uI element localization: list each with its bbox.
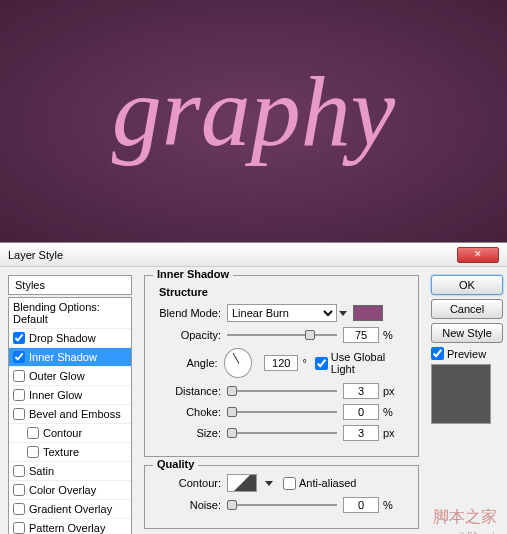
distance-label: Distance: (155, 385, 227, 397)
opacity-unit: % (383, 329, 393, 341)
choke-unit: % (383, 406, 393, 418)
noise-value[interactable]: 0 (343, 497, 379, 513)
layer-style-dialog: Layer Style ✕ Styles Blending Options: D… (0, 242, 507, 534)
watermark-text: 脚本之家 (433, 507, 497, 528)
blending-options[interactable]: Blending Options: Default (9, 298, 131, 329)
style-item-gradient-overlay[interactable]: Gradient Overlay (9, 500, 131, 519)
cancel-button[interactable]: Cancel (431, 299, 503, 319)
style-checkbox[interactable] (13, 503, 25, 515)
style-item-inner-glow[interactable]: Inner Glow (9, 386, 131, 405)
choke-label: Choke: (155, 406, 227, 418)
style-item-drop-shadow[interactable]: Drop Shadow (9, 329, 131, 348)
style-checkbox[interactable] (27, 446, 39, 458)
artwork-text: graphy (112, 54, 395, 169)
style-checkbox[interactable] (13, 465, 25, 477)
noise-unit: % (383, 499, 393, 511)
blend-mode-select[interactable]: Linear Burn (227, 304, 337, 322)
ok-button[interactable]: OK (431, 275, 503, 295)
noise-slider[interactable] (227, 498, 337, 512)
preview-label: Preview (447, 348, 486, 360)
style-item-color-overlay[interactable]: Color Overlay (9, 481, 131, 500)
distance-unit: px (383, 385, 395, 397)
dialog-titlebar[interactable]: Layer Style ✕ (0, 243, 507, 267)
style-item-outer-glow[interactable]: Outer Glow (9, 367, 131, 386)
style-item-texture[interactable]: Texture (9, 443, 131, 462)
style-item-satin[interactable]: Satin (9, 462, 131, 481)
opacity-slider[interactable] (227, 328, 337, 342)
style-label: Bevel and Emboss (29, 408, 121, 420)
style-item-bevel-and-emboss[interactable]: Bevel and Emboss (9, 405, 131, 424)
structure-heading: Structure (159, 286, 408, 298)
angle-dial[interactable] (224, 348, 253, 378)
size-slider[interactable] (227, 426, 337, 440)
chevron-down-icon[interactable] (339, 311, 347, 316)
inner-shadow-group: Inner Shadow Structure Blend Mode: Linea… (144, 275, 419, 457)
global-light-checkbox[interactable] (315, 357, 328, 370)
style-label: Color Overlay (29, 484, 96, 496)
blend-mode-label: Blend Mode: (155, 307, 227, 319)
style-checkbox[interactable] (13, 484, 25, 496)
quality-heading: Quality (153, 458, 198, 470)
size-value[interactable]: 3 (343, 425, 379, 441)
style-label: Pattern Overlay (29, 522, 105, 534)
document-canvas: graphy (0, 0, 507, 242)
chevron-down-icon[interactable] (265, 481, 273, 486)
angle-label: Angle: (155, 357, 224, 369)
contour-picker[interactable] (227, 474, 257, 492)
antialiased-label: Anti-aliased (299, 477, 356, 489)
size-unit: px (383, 427, 395, 439)
panel-title: Inner Shadow (153, 268, 233, 280)
choke-slider[interactable] (227, 405, 337, 419)
opacity-label: Opacity: (155, 329, 227, 341)
close-button[interactable]: ✕ (457, 247, 499, 263)
settings-panel: Inner Shadow Structure Blend Mode: Linea… (140, 267, 427, 534)
angle-value[interactable]: 120 (264, 355, 298, 371)
preview-swatch (431, 364, 491, 424)
distance-slider[interactable] (227, 384, 337, 398)
style-checkbox[interactable] (27, 427, 39, 439)
style-label: Inner Shadow (29, 351, 97, 363)
shadow-color-swatch[interactable] (353, 305, 383, 321)
style-label: Drop Shadow (29, 332, 96, 344)
contour-label: Contour: (155, 477, 227, 489)
style-item-pattern-overlay[interactable]: Pattern Overlay (9, 519, 131, 534)
global-light-label: Use Global Light (331, 351, 408, 375)
quality-group: Quality Contour: Anti-aliased Noise: 0 % (144, 465, 419, 529)
angle-unit: ° (302, 357, 306, 369)
choke-value[interactable]: 0 (343, 404, 379, 420)
style-label: Gradient Overlay (29, 503, 112, 515)
preview-checkbox[interactable] (431, 347, 444, 360)
style-list: Blending Options: Default Drop ShadowInn… (8, 297, 132, 534)
opacity-value[interactable]: 75 (343, 327, 379, 343)
distance-value[interactable]: 3 (343, 383, 379, 399)
size-label: Size: (155, 427, 227, 439)
style-checkbox[interactable] (13, 332, 25, 344)
style-label: Satin (29, 465, 54, 477)
style-item-inner-shadow[interactable]: Inner Shadow (9, 348, 131, 367)
style-label: Outer Glow (29, 370, 85, 382)
styles-header[interactable]: Styles (8, 275, 132, 295)
style-checkbox[interactable] (13, 522, 25, 534)
style-checkbox[interactable] (13, 408, 25, 420)
new-style-button[interactable]: New Style (431, 323, 503, 343)
style-checkbox[interactable] (13, 389, 25, 401)
right-panel: OK Cancel New Style Preview (427, 267, 507, 534)
antialiased-checkbox[interactable] (283, 477, 296, 490)
style-checkbox[interactable] (13, 351, 25, 363)
dialog-title: Layer Style (8, 249, 63, 261)
styles-sidebar: Styles Blending Options: Default Drop Sh… (0, 267, 140, 534)
style-item-contour[interactable]: Contour (9, 424, 131, 443)
style-label: Texture (43, 446, 79, 458)
noise-label: Noise: (155, 499, 227, 511)
style-label: Contour (43, 427, 82, 439)
style-checkbox[interactable] (13, 370, 25, 382)
style-label: Inner Glow (29, 389, 82, 401)
